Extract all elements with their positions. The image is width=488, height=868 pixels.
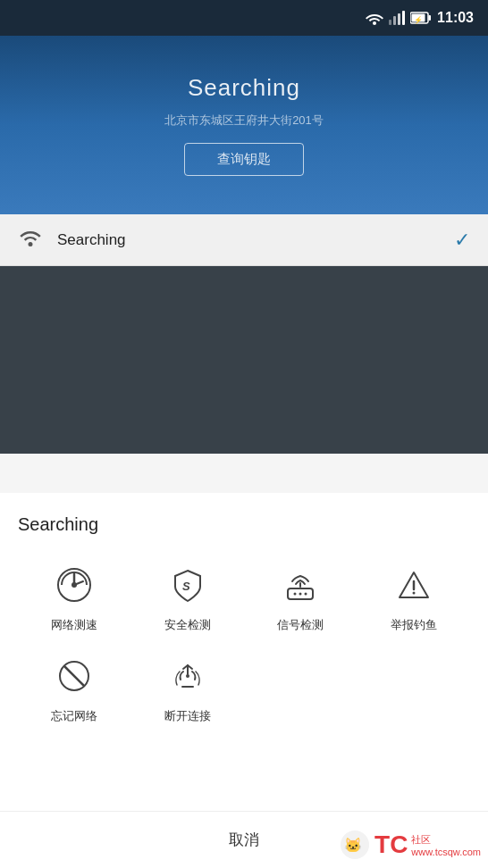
svg-point-12 (294, 593, 297, 596)
query-key-button[interactable]: 查询钥匙 (184, 143, 304, 176)
forget-network-label: 忘记网络 (51, 708, 97, 724)
wifi-connected-check: ✓ (454, 229, 470, 252)
icon-grid-row2: 忘记网络 断开连接 (18, 651, 470, 724)
report-phishing-icon-container (389, 560, 439, 610)
cancel-button[interactable]: 取消 (193, 821, 295, 859)
forget-network-icon (55, 656, 94, 696)
hero-address: 北京市东城区王府井大街201号 (164, 113, 324, 129)
security-check-icon: S (168, 565, 207, 605)
svg-point-16 (412, 592, 415, 595)
disconnect-icon (168, 656, 207, 696)
status-icons: ⚡ 11:03 (366, 10, 474, 26)
battery-status-icon: ⚡ (410, 12, 432, 24)
watermark: 🐱 TC 社区www.tcsqw.com (339, 829, 481, 861)
report-phishing-icon (394, 565, 433, 605)
signal-check-icon-container (275, 560, 325, 610)
report-phishing-item[interactable]: 举报钓鱼 (358, 560, 471, 633)
disconnect-label: 断开连接 (164, 708, 211, 724)
wifi-row[interactable]: Searching ✓ (0, 214, 488, 266)
svg-rect-2 (398, 13, 400, 25)
svg-rect-1 (393, 16, 396, 25)
wifi-network-name: Searching (57, 231, 454, 249)
signal-check-label: 信号检测 (277, 617, 324, 633)
svg-point-13 (299, 593, 302, 596)
report-phishing-label: 举报钓鱼 (391, 617, 437, 633)
hero-title: Searching (188, 74, 300, 102)
speed-test-icon-container (49, 560, 99, 610)
watermark-site: 社区www.tcsqw.com (411, 833, 481, 857)
security-check-item[interactable]: S 安全检测 (131, 560, 245, 633)
disconnect-item[interactable]: 断开连接 (131, 651, 245, 724)
disconnect-icon-container (163, 651, 213, 701)
hero-area: Searching 北京市东城区王府井大街201号 查询钥匙 (0, 36, 488, 214)
svg-rect-5 (429, 15, 432, 21)
speed-test-label: 网络测速 (51, 617, 97, 633)
svg-rect-0 (389, 20, 391, 25)
panel-title: Searching (18, 514, 470, 535)
empty-cell-2 (358, 651, 471, 724)
speed-test-icon (55, 565, 94, 605)
watermark-tc-text: TC (374, 830, 408, 859)
svg-point-14 (305, 593, 307, 596)
svg-text:🐱: 🐱 (344, 837, 362, 854)
signal-check-item[interactable]: 信号检测 (244, 560, 358, 633)
security-check-label: 安全检测 (164, 617, 211, 633)
security-check-icon-container: S (163, 560, 213, 610)
dark-overlay (0, 266, 488, 454)
watermark-icon: 🐱 (339, 829, 371, 861)
signal-check-icon (281, 565, 320, 605)
status-bar: ⚡ 11:03 (0, 0, 488, 36)
svg-rect-3 (402, 11, 405, 25)
time-display: 11:03 (437, 10, 474, 26)
forget-network-item[interactable]: 忘记网络 (18, 651, 131, 724)
wifi-row-icon (18, 228, 43, 253)
svg-point-9 (72, 582, 77, 588)
svg-line-18 (65, 667, 83, 685)
empty-cell-1 (244, 651, 358, 724)
icon-grid-row1: 网络测速 S 安全检测 (18, 560, 470, 633)
signal-status-icon (389, 11, 405, 25)
wifi-status-icon (366, 11, 383, 25)
speed-test-item[interactable]: 网络测速 (18, 560, 131, 633)
action-bar: 取消 🐱 TC 社区www.tcsqw.com (0, 811, 488, 868)
svg-text:S: S (182, 580, 190, 593)
forget-network-icon-container (49, 651, 99, 701)
svg-text:⚡: ⚡ (414, 15, 423, 24)
